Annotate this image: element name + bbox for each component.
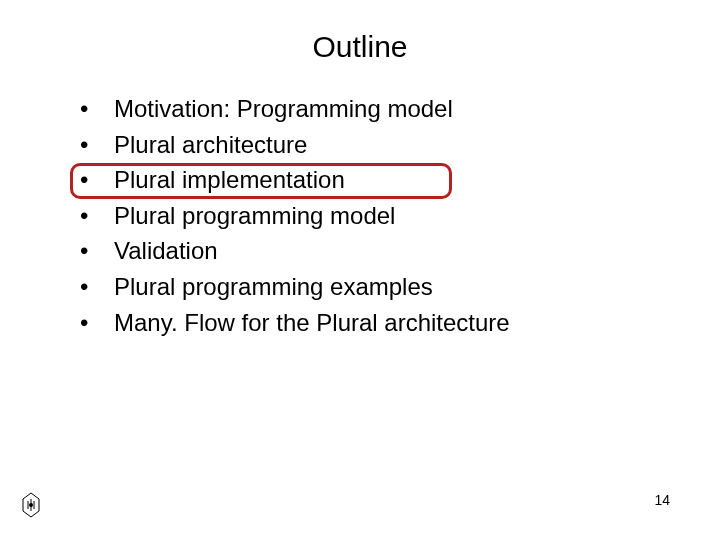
slide-container: Outline Motivation: Programming model Pl… [0,0,720,540]
svg-point-0 [29,503,33,507]
bullet-text: Motivation: Programming model [114,95,453,122]
bullet-text: Many. Flow for the Plural architecture [114,309,510,336]
bullet-text: Plural programming examples [114,273,433,300]
list-item: Plural programming examples [80,270,670,304]
slide-title: Outline [50,30,670,64]
list-item: Plural programming model [80,199,670,233]
list-item: Plural implementation [80,163,670,197]
list-item: Validation [80,234,670,268]
bullet-text: Plural programming model [114,202,395,229]
logo-icon [22,492,40,518]
bullet-text: Validation [114,237,218,264]
bullet-text: Plural implementation [114,166,345,193]
list-item: Motivation: Programming model [80,92,670,126]
list-item: Plural architecture [80,128,670,162]
bullet-list: Motivation: Programming model Plural arc… [50,92,670,339]
page-number: 14 [654,492,670,508]
list-item: Many. Flow for the Plural architecture [80,306,670,340]
bullet-text: Plural architecture [114,131,307,158]
